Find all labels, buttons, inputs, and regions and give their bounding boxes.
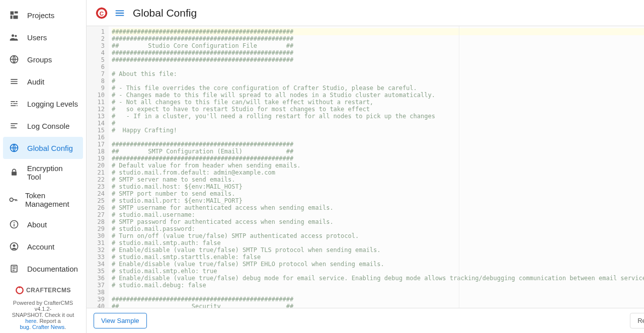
footer-link-bug[interactable]: bug <box>20 324 29 330</box>
svg-rect-8 <box>14 224 15 226</box>
main: C Global Config 123456789101112131415161… <box>87 0 644 333</box>
sidebar: Projects Users Groups Audit Logging Leve… <box>0 0 87 333</box>
dashboard-icon <box>8 9 20 21</box>
sidebar-label: About <box>27 220 47 229</box>
list-icon <box>8 75 20 88</box>
bottombar: View Sample Reset ▾ Save <box>87 308 644 333</box>
sidebar-label: Account <box>27 242 54 251</box>
console-icon <box>8 120 20 132</box>
users-icon <box>8 31 20 43</box>
svg-point-7 <box>14 222 15 223</box>
menu-icon[interactable] <box>114 7 126 19</box>
sidebar-item-logging-levels[interactable]: Logging Levels <box>0 93 86 115</box>
sidebar-label: Groups <box>27 55 52 64</box>
svg-text:C: C <box>100 10 104 16</box>
sidebar-item-global-config[interactable]: Global Config <box>3 137 83 159</box>
sidebar-label: Encryption Tool <box>27 164 78 181</box>
footer-link-news[interactable]: Crafter News <box>32 324 64 330</box>
svg-point-0 <box>12 34 14 37</box>
globe-icon <box>8 53 20 65</box>
sidebar-item-groups[interactable]: Groups <box>0 48 86 70</box>
svg-rect-4 <box>12 172 17 176</box>
sidebar-item-projects[interactable]: Projects <box>0 4 86 26</box>
topbar: C Global Config <box>87 0 644 26</box>
globe-icon <box>8 142 20 154</box>
sidebar-item-account[interactable]: Account <box>0 235 86 258</box>
tune-icon <box>8 98 20 110</box>
sidebar-label: Projects <box>27 11 54 20</box>
svg-point-10 <box>13 244 16 247</box>
sidebar-label: Logging Levels <box>27 100 78 108</box>
sidebar-item-token-management[interactable]: Token Management <box>0 186 86 213</box>
sidebar-item-users[interactable]: Users <box>0 26 86 48</box>
sidebar-item-about[interactable]: About <box>0 213 86 235</box>
sidebar-label: Users <box>27 33 47 42</box>
sidebar-label: Audit <box>27 77 44 86</box>
info-icon <box>8 218 20 230</box>
page-title: Global Config <box>133 7 197 19</box>
footer-brand: CRAFTERCMS Powered by CrafterCMS v4.1.2-… <box>0 280 86 333</box>
crafter-gear-icon: C <box>95 6 109 20</box>
svg-point-1 <box>15 35 17 37</box>
key-icon <box>8 194 18 206</box>
sidebar-item-audit[interactable]: Audit <box>0 70 86 93</box>
crafter-logo: CRAFTERCMS <box>6 286 80 295</box>
sidebar-item-log-console[interactable]: Log Console <box>0 115 86 137</box>
code-editor[interactable]: 1234567891011121314151617181920212223242… <box>87 26 644 308</box>
sidebar-item-encryption-tool[interactable]: Encryption Tool <box>0 159 86 186</box>
editor-ruler <box>459 26 459 308</box>
svg-point-5 <box>10 198 13 202</box>
view-sample-button[interactable]: View Sample <box>94 313 147 328</box>
reset-button[interactable]: Reset ▾ <box>630 313 644 328</box>
editor-gutter: 1234567891011121314151617181920212223242… <box>87 26 109 308</box>
sidebar-item-documentation[interactable]: Documentation <box>0 258 86 280</box>
lock-icon <box>8 166 20 179</box>
footer-text: Powered by CrafterCMS v4.1.2- SNAPSHOT. … <box>6 300 80 330</box>
sidebar-label: Log Console <box>27 122 69 130</box>
footer-link-here[interactable]: here <box>25 318 36 324</box>
sidebar-label: Token Management <box>25 191 78 208</box>
sidebar-label: Global Config <box>27 144 73 152</box>
book-icon <box>8 263 20 275</box>
nav-list: Projects Users Groups Audit Logging Leve… <box>0 0 86 280</box>
editor-content[interactable]: ########################################… <box>109 26 644 308</box>
sidebar-label: Documentation <box>27 265 78 273</box>
account-icon <box>8 240 20 253</box>
